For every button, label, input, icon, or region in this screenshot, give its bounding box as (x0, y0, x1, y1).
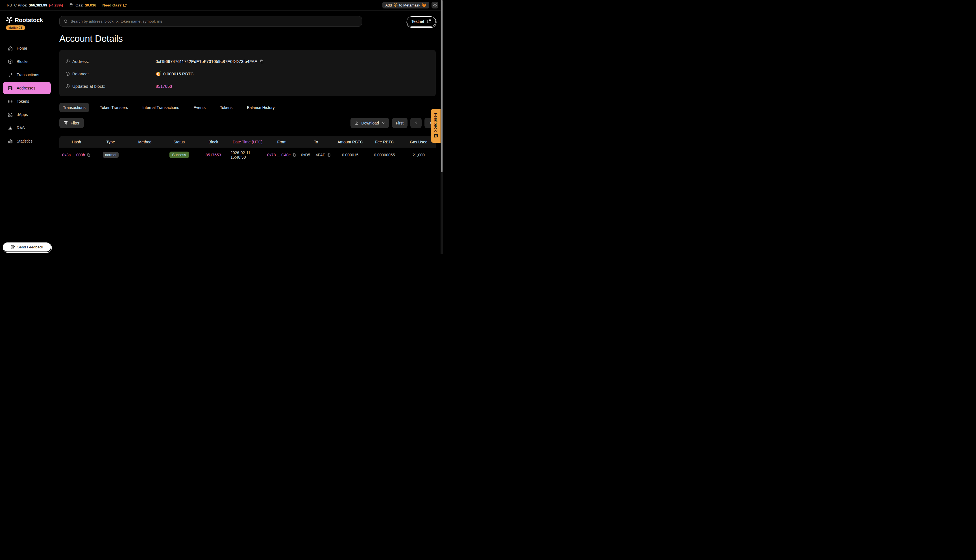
gas-used-value: 21,000 (412, 153, 425, 157)
grid-plus-icon (8, 112, 13, 117)
tab-balance-history[interactable]: Balance History (243, 103, 278, 112)
sidebar-item-label: Statistics (17, 139, 32, 143)
sidebar-item-label: Tokens (17, 99, 29, 103)
header-row: Testnet (59, 16, 436, 27)
column-header-gas-used[interactable]: Gas Used (402, 140, 436, 144)
sidebar-item-dapps[interactable]: dApps (3, 108, 51, 121)
contact-card-icon (8, 85, 13, 91)
tab-bar: Transactions Token Transfers Internal Tr… (59, 103, 436, 112)
search-icon (63, 19, 68, 24)
copy-icon[interactable] (87, 153, 91, 157)
rootstock-token-button[interactable] (432, 2, 438, 8)
block-link[interactable]: 8517653 (205, 153, 221, 157)
cell-status: Success (162, 152, 196, 158)
cell-amount: 0.000015 (333, 153, 367, 157)
feedback-side-tab[interactable]: Feedback (431, 109, 440, 143)
sidebar-item-ras[interactable]: RAS (3, 122, 51, 134)
tab-internal-transactions[interactable]: Internal Transactions (138, 103, 183, 112)
metamask-fox-icon (422, 3, 426, 7)
status-badge: Success (169, 152, 189, 158)
column-header-status[interactable]: Status (162, 140, 196, 144)
tab-transactions[interactable]: Transactions (59, 103, 89, 112)
info-icon (65, 72, 70, 76)
address-value-group: 0xD566747611742EdE1bF731059c87E0DD73fb4F… (155, 59, 264, 64)
rbtc-price-value: $66,383.99 (29, 3, 47, 7)
testnet-label: Testnet (412, 19, 424, 24)
gas-group: Gas: $0.036 (69, 3, 96, 7)
network-badge: MAINNET (6, 25, 25, 30)
cell-from: 0x78 ... C40e (265, 153, 299, 157)
brand-logo[interactable]: Rootstock (0, 10, 53, 23)
previous-page-button[interactable] (410, 118, 422, 128)
balance-value-group: 0.000015 RBTC (155, 71, 194, 77)
search-box[interactable] (59, 16, 362, 27)
send-feedback-label: Send Feedback (17, 245, 43, 249)
first-page-button[interactable]: First (392, 118, 407, 128)
rbtc-coin-icon (155, 71, 161, 77)
column-header-block[interactable]: Block (196, 140, 230, 144)
copy-icon[interactable] (327, 153, 331, 157)
account-info-panel: Address: 0xD566747611742EdE1bF731059c87E… (59, 50, 436, 96)
gas-pump-icon (69, 3, 74, 7)
bar-chart-icon (8, 138, 13, 144)
column-header-from[interactable]: From (265, 140, 299, 144)
search-input[interactable] (71, 19, 358, 23)
column-header-amount[interactable]: Amount RBTC (333, 140, 367, 144)
table-row: 0x3a ... 000b normal Success 8517653 202… (59, 148, 436, 162)
from-address-link[interactable]: 0x78 ... C40e (267, 153, 290, 157)
column-header-datetime[interactable]: Date Time (UTC) (230, 140, 265, 144)
updated-block-link[interactable]: 8517653 (155, 84, 172, 88)
address-label: Address: (72, 59, 89, 64)
address-row: Address: 0xD566747611742EdE1bF731059c87E… (65, 57, 430, 65)
sidebar-item-statistics[interactable]: Statistics (3, 135, 51, 147)
column-header-method[interactable]: Method (128, 140, 162, 144)
sidebar-item-label: Home (17, 46, 27, 50)
add-to-metamask-button[interactable]: Add to Metamask (382, 2, 429, 8)
page-title: Account Details (59, 33, 436, 44)
download-button[interactable]: Download (350, 118, 389, 128)
balance-value: 0.000015 RBTC (163, 72, 194, 76)
swap-arrows-icon (8, 72, 13, 78)
cell-gas-used: 21,000 (402, 153, 436, 157)
copy-icon[interactable] (292, 153, 296, 157)
tab-token-transfers[interactable]: Token Transfers (96, 103, 132, 112)
column-header-to[interactable]: To (299, 140, 333, 144)
copy-icon[interactable] (260, 59, 264, 63)
sidebar-item-label: Addresses (17, 86, 35, 90)
gas-value: $0.036 (85, 3, 96, 7)
brand-name: Rootstock (15, 17, 43, 23)
sidebar-item-label: Blocks (17, 59, 28, 64)
tab-tokens[interactable]: Tokens (216, 103, 236, 112)
sidebar-nav: Home Blocks Transactions Addresses Token… (0, 42, 53, 148)
rbtc-price-change: (-4.28%) (49, 3, 63, 7)
sidebar-item-tokens[interactable]: Tokens (3, 95, 51, 108)
column-header-fee[interactable]: Fee RBTC (367, 140, 402, 144)
need-gas-link[interactable]: Need Gas? (102, 3, 127, 7)
filter-label: Filter (71, 121, 79, 125)
add-to-metamask-suffix: to Metamask (399, 3, 420, 7)
datetime-value: 2026-02-11 15:48:50 (230, 150, 265, 160)
updated-block-label: Updated at block: (72, 84, 105, 88)
sidebar-item-transactions[interactable]: Transactions (3, 68, 51, 81)
column-header-type[interactable]: Type (93, 140, 128, 144)
send-feedback-button[interactable]: Send Feedback (3, 242, 51, 252)
scrollbar-thumb[interactable] (441, 0, 442, 172)
updated-block-row: Updated at block: 8517653 (65, 82, 430, 90)
testnet-switch-button[interactable]: Testnet (407, 17, 436, 27)
updated-block-value-group: 8517653 (155, 84, 172, 88)
cell-block: 8517653 (196, 153, 230, 157)
tx-hash-link[interactable]: 0x3a ... 000b (62, 153, 85, 157)
rootstock-logo-icon (6, 17, 13, 23)
filter-button[interactable]: Filter (59, 118, 84, 128)
sidebar-item-blocks[interactable]: Blocks (3, 55, 51, 68)
cell-hash: 0x3a ... 000b (59, 153, 93, 157)
tab-events[interactable]: Events (190, 103, 209, 112)
column-header-hash[interactable]: Hash (59, 140, 93, 144)
page-scrollbar[interactable] (440, 0, 443, 254)
transactions-table: Hash Type Method Status Block Date Time … (59, 136, 436, 162)
sidebar-item-home[interactable]: Home (3, 42, 51, 55)
info-icon (65, 59, 70, 63)
download-label: Download (362, 121, 379, 125)
sidebar-item-addresses[interactable]: Addresses (3, 82, 51, 94)
add-to-metamask-prefix: Add (385, 3, 392, 7)
